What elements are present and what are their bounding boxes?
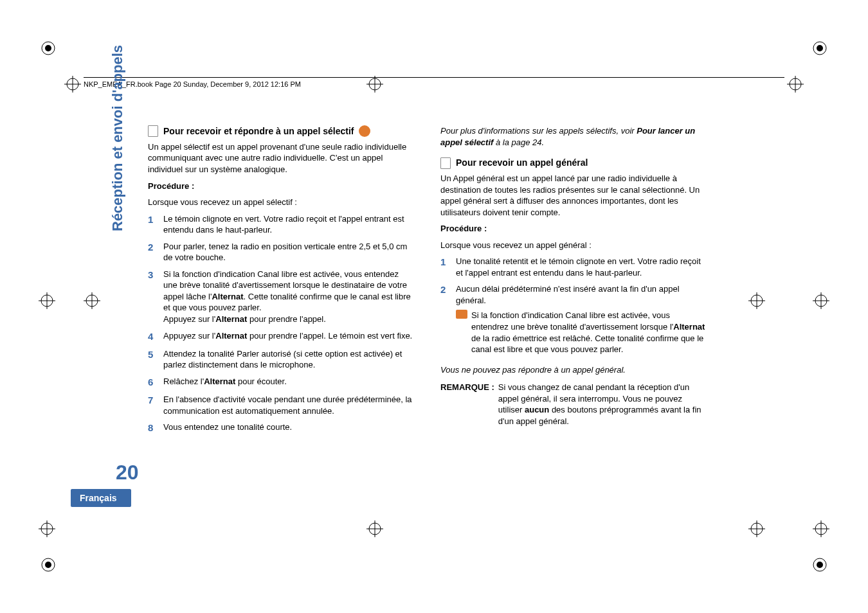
right-column: Pour plus d'informations sur les appels … bbox=[440, 125, 707, 440]
procedure-label: Procédure : bbox=[148, 181, 415, 192]
svg-point-1 bbox=[45, 45, 51, 51]
running-header: NKP_EMEA_FR.book Page 20 Sunday, Decembe… bbox=[84, 77, 784, 88]
crosshair-icon bbox=[787, 76, 804, 93]
crosshair-icon bbox=[64, 76, 81, 93]
list-item: 2 Aucun délai prédéterminé n'est inséré … bbox=[440, 283, 707, 357]
svg-point-5 bbox=[45, 562, 51, 568]
note-block: Si la fonction d'indication Canal libre … bbox=[456, 310, 707, 355]
document-icon bbox=[440, 157, 451, 169]
list-item: 2Pour parler, tenez la radio en position… bbox=[148, 241, 415, 263]
procedure-sub: Lorsque vous recevez un appel général : bbox=[440, 240, 707, 251]
list-item: 1Le témoin clignote en vert. Votre radio… bbox=[148, 213, 415, 236]
document-icon bbox=[148, 125, 158, 137]
intro-text: Un Appel général est un appel lancé par … bbox=[440, 173, 707, 218]
crosshair-icon bbox=[748, 292, 765, 309]
continuation-note: Pour plus d'informations sur les appels … bbox=[440, 125, 707, 148]
section-side-tab: Réception et envoi d'appels bbox=[109, 45, 126, 231]
svg-point-3 bbox=[817, 45, 823, 51]
section-heading: Pour recevoir un appel général bbox=[440, 157, 707, 169]
crosshair-icon bbox=[39, 520, 55, 537]
note-icon bbox=[456, 310, 467, 319]
steps-list: 1Le témoin clignote en vert. Votre radio… bbox=[148, 213, 415, 435]
remark-label: REMARQUE : bbox=[440, 382, 494, 427]
procedure-label: Procédure : bbox=[440, 223, 707, 235]
section-title: Pour recevoir un appel général bbox=[456, 157, 588, 169]
section-heading: Pour recevoir et répondre à un appel sél… bbox=[148, 125, 415, 138]
section-title: Pour recevoir et répondre à un appel sél… bbox=[163, 125, 354, 138]
list-item: 4 Appuyez sur l'Alternat pour prendre l'… bbox=[148, 330, 415, 343]
crosshair-icon bbox=[84, 292, 100, 309]
no-reply-note: Vous ne pouvez pas répondre à un appel g… bbox=[440, 364, 707, 376]
list-item: 3 Si la fonction d'indication Canal libr… bbox=[148, 269, 415, 325]
procedure-sub: Lorsque vous recevez un appel sélectif : bbox=[148, 197, 415, 208]
crosshair-icon bbox=[813, 292, 829, 309]
svg-point-7 bbox=[817, 562, 823, 568]
page-number: 20 bbox=[116, 461, 139, 484]
remark-block: REMARQUE : Si vous changez de canal pend… bbox=[440, 382, 707, 427]
crosshair-icon bbox=[748, 520, 765, 537]
language-tab: Français bbox=[71, 489, 131, 507]
reg-mark-icon bbox=[39, 555, 58, 574]
reg-mark-icon bbox=[810, 39, 829, 58]
crosshair-icon bbox=[813, 520, 829, 537]
list-item: 6 Relâchez l'Alternat pour écouter. bbox=[148, 376, 415, 389]
list-item: 8Vous entendez une tonalité courte. bbox=[148, 422, 415, 434]
reg-mark-icon bbox=[810, 555, 829, 574]
list-item: 7En l'absence d'activité vocale pendant … bbox=[148, 394, 415, 416]
crosshair-icon bbox=[366, 520, 383, 537]
steps-list: 1Une tonalité retentit et le témoin clig… bbox=[440, 256, 707, 357]
left-column: Pour recevoir et répondre à un appel sél… bbox=[148, 125, 415, 440]
intro-text: Un appel sélectif est un appel provenant… bbox=[148, 141, 415, 175]
mic-icon bbox=[359, 125, 370, 137]
reg-mark-icon bbox=[39, 39, 58, 58]
list-item: 1Une tonalité retentit et le témoin clig… bbox=[440, 256, 707, 278]
crosshair-icon bbox=[39, 292, 55, 309]
list-item: 5Attendez la tonalité Parler autorisé (s… bbox=[148, 348, 415, 371]
